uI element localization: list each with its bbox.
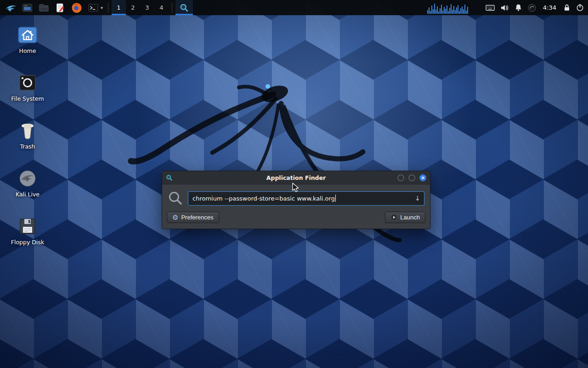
workspace-label: 4	[159, 4, 163, 11]
bell-icon	[514, 4, 522, 12]
app-finder-window-icon	[166, 174, 173, 181]
application-finder-window: Application Finder × chromium --password…	[162, 171, 430, 229]
desktop-icon-label: Floppy Disk	[11, 239, 44, 246]
minimize-button[interactable]	[397, 174, 404, 181]
folder-icon	[39, 3, 49, 12]
desktop-icon-kali-live[interactable]: Kali Live	[4, 168, 51, 198]
desktop-icon-floppy-disk[interactable]: Floppy Disk	[4, 216, 51, 246]
workspace-label: 1	[117, 4, 120, 11]
cpu-graph[interactable]	[427, 2, 468, 14]
text-editor-launcher[interactable]	[52, 0, 68, 15]
magnifier-icon	[180, 3, 189, 12]
panel-separator	[172, 3, 172, 13]
desktop-icon-trash[interactable]: Trash	[4, 121, 51, 150]
combo-dropdown-arrow-icon[interactable]: ↓	[415, 195, 420, 202]
preferences-button-label: Preferences	[181, 214, 213, 221]
file-manager-icon	[22, 3, 33, 12]
clock[interactable]: 4:34	[542, 4, 558, 11]
search-icon	[168, 190, 183, 206]
terminal-icon	[88, 3, 98, 12]
workspace-button-1[interactable]: 1	[112, 0, 126, 15]
terminal-dropdown-arrow[interactable]: ▾	[99, 0, 105, 15]
close-button[interactable]: ×	[419, 174, 426, 181]
file-system-icon	[17, 74, 38, 92]
keyboard-icon	[486, 4, 495, 12]
window-title: Application Finder	[162, 174, 430, 181]
desktop-icon-file-system[interactable]: File System	[4, 73, 51, 102]
network-icon	[528, 4, 536, 12]
volume-tray-button[interactable]	[500, 4, 509, 12]
workspace-button-4[interactable]: 4	[154, 0, 169, 15]
workspace-button-3[interactable]: 3	[140, 0, 154, 15]
network-tray-button[interactable]	[528, 4, 536, 12]
workspace-label: 2	[131, 4, 135, 11]
search-input-value: chromium --password-store=basic www.kali…	[192, 195, 335, 202]
lock-icon	[563, 4, 571, 12]
home-icon	[17, 26, 38, 44]
top-panel: ▾ 1 2 3 4	[0, 0, 588, 15]
chevron-down-icon: ▾	[101, 6, 103, 10]
kali-menu-button[interactable]	[2, 0, 19, 15]
launch-button[interactable]: Launch	[385, 212, 425, 223]
desktop: ▾ 1 2 3 4	[0, 0, 588, 368]
file-manager-launcher[interactable]	[19, 0, 35, 15]
text-caret	[335, 195, 336, 202]
preferences-button[interactable]: ⚙ Preferences	[167, 212, 219, 223]
gear-icon: ⚙	[172, 214, 178, 221]
launch-icon	[390, 214, 397, 221]
window-controls: ×	[397, 174, 426, 181]
window-titlebar[interactable]: Application Finder ×	[162, 171, 430, 184]
firefox-icon	[71, 2, 82, 13]
launch-button-label: Launch	[400, 214, 420, 221]
panel-separator	[108, 3, 108, 13]
dialog-body: chromium --password-store=basic www.kali…	[162, 184, 430, 229]
kali-live-disc-icon	[17, 169, 38, 188]
desktop-icon-label: Trash	[20, 143, 35, 150]
kali-logo-icon	[5, 2, 17, 14]
app-finder-taskbar-button[interactable]	[175, 0, 193, 15]
keyboard-tray-button[interactable]	[486, 4, 495, 12]
panel-tray: 4:34	[427, 0, 588, 15]
search-input[interactable]: chromium --password-store=basic www.kali…	[188, 191, 424, 206]
desktop-icon-label: File System	[11, 95, 44, 102]
text-editor-icon	[55, 3, 65, 13]
lock-screen-button[interactable]	[563, 4, 571, 12]
desktop-icon-column: Home File System Trash	[4, 25, 51, 246]
floppy-disk-icon	[18, 217, 37, 236]
panel-launchers: ▾ 1 2 3 4	[0, 0, 193, 15]
workspace-button-2[interactable]: 2	[126, 0, 140, 15]
desktop-icon-home[interactable]: Home	[4, 25, 51, 54]
desktop-icon-label: Home	[19, 47, 36, 54]
firefox-launcher[interactable]	[68, 0, 85, 15]
logout-button[interactable]	[576, 4, 584, 12]
volume-icon	[500, 4, 509, 12]
desktop-icon-label: Kali Live	[16, 191, 40, 198]
close-icon: ×	[421, 175, 425, 181]
trash-icon	[17, 121, 39, 141]
workspace-label: 3	[145, 4, 149, 11]
maximize-button[interactable]	[408, 174, 415, 181]
notifications-tray-button[interactable]	[514, 4, 522, 12]
files-launcher[interactable]	[35, 0, 52, 15]
power-icon	[576, 4, 584, 12]
